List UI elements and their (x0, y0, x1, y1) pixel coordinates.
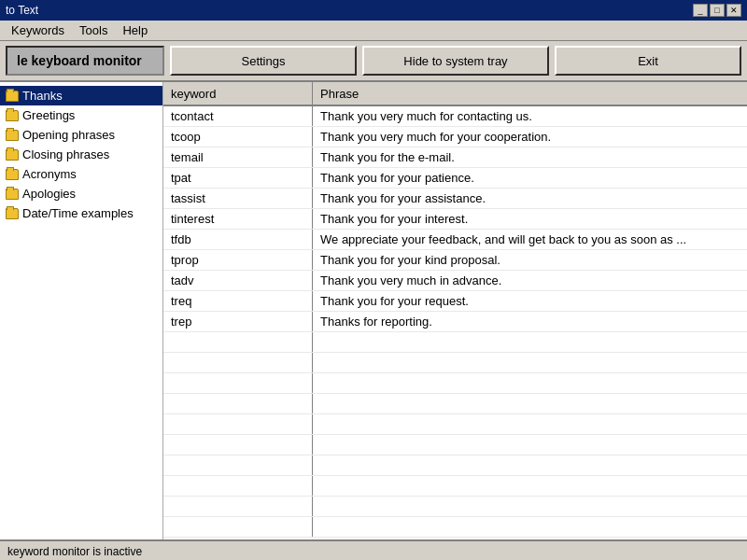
menu-item-help[interactable]: Help (115, 21, 155, 39)
sidebar-item-label: Acronyms (22, 167, 77, 181)
sidebar-item[interactable]: Date/Time examples (0, 203, 162, 223)
sidebar-item[interactable]: Greetings (0, 105, 162, 125)
cell-phrase: Thanks for reporting. (313, 312, 747, 331)
table-row[interactable]: tcoopThank you very much for your cooper… (163, 127, 747, 147)
table-header: keyword Phrase (163, 82, 747, 106)
sidebar-item[interactable]: Closing phrases (0, 145, 162, 164)
status-bar: keyword monitor is inactive (0, 539, 747, 560)
toolbar: le keyboard monitor Settings Hide to sys… (0, 41, 747, 82)
cell-keyword: tassist (163, 189, 313, 208)
table-row-empty (163, 435, 747, 455)
title-bar-controls: _ □ ✕ (693, 4, 741, 17)
table-row-empty (163, 517, 747, 538)
folder-icon (6, 189, 19, 200)
table-row[interactable]: tpatThank you for your patience. (163, 168, 747, 189)
sidebar-item-label: Opening phrases (22, 128, 115, 142)
table-row[interactable]: temailThank you for the e-mail. (163, 147, 747, 168)
table-row[interactable]: tinterestThank you for your interest. (163, 209, 747, 230)
table-row[interactable]: trepThanks for reporting. (163, 312, 747, 332)
settings-button[interactable]: Settings (170, 46, 357, 76)
status-text: keyword monitor is inactive (7, 545, 142, 558)
cell-phrase: Thank you very much for your cooperation… (313, 127, 747, 147)
monitor-label: le keyboard monitor (6, 46, 164, 76)
cell-keyword: trep (163, 312, 313, 331)
sidebar-item-label: Apologies (22, 187, 76, 201)
sidebar-item-label: Date/Time examples (22, 206, 134, 220)
cell-keyword: tfdb (163, 230, 313, 249)
table-row-empty (163, 497, 747, 517)
cell-keyword: tcontact (163, 106, 313, 126)
content-area: keyword Phrase tcontactThank you very mu… (163, 82, 747, 539)
column-header-keyword: keyword (163, 82, 313, 105)
table-row[interactable]: tfdbWe appreciate your feedback, and wil… (163, 230, 747, 250)
cell-phrase: Thank you for your kind proposal. (313, 250, 747, 270)
cell-phrase: Thank you for your assistance. (313, 189, 747, 208)
column-header-phrase: Phrase (313, 82, 747, 105)
table-row[interactable]: tadvThank you very much in advance. (163, 271, 747, 291)
folder-icon (6, 110, 19, 121)
table-row[interactable]: treqThank you for your request. (163, 291, 747, 312)
sidebar-item[interactable]: Opening phrases (0, 125, 162, 145)
folder-icon (6, 91, 19, 102)
cell-phrase: Thank you for your patience. (313, 168, 747, 188)
main-area: ThanksGreetingsOpening phrasesClosing ph… (0, 82, 747, 539)
menu-bar: KeywordsToolsHelp (0, 21, 747, 41)
cell-phrase: Thank you for the e-mail. (313, 147, 747, 167)
cell-keyword: tadv (163, 271, 313, 290)
folder-icon (6, 169, 19, 180)
sidebar-item[interactable]: Apologies (0, 184, 162, 203)
table-row[interactable]: tassistThank you for your assistance. (163, 189, 747, 209)
cell-keyword: treq (163, 291, 313, 311)
menu-item-keywords[interactable]: Keywords (4, 21, 72, 39)
sidebar-item-label: Thanks (22, 89, 63, 103)
folder-icon (6, 208, 19, 219)
folder-icon (6, 130, 19, 141)
cell-keyword: tprop (163, 250, 313, 270)
table-row-empty (163, 455, 747, 476)
table-row[interactable]: tpropThank you for your kind proposal. (163, 250, 747, 271)
sidebar-item-label: Greetings (22, 108, 75, 122)
cell-keyword: tpat (163, 168, 313, 188)
minimize-button[interactable]: _ (693, 4, 708, 17)
table-row-empty (163, 332, 747, 353)
title-bar: to Text _ □ ✕ (0, 0, 747, 21)
sidebar-item-label: Closing phrases (22, 147, 109, 161)
table-row-empty (163, 373, 747, 394)
cell-keyword: tcoop (163, 127, 313, 147)
hide-to-tray-button[interactable]: Hide to system tray (362, 46, 549, 76)
table-row[interactable]: tcontactThank you very much for contacti… (163, 106, 747, 127)
sidebar: ThanksGreetingsOpening phrasesClosing ph… (0, 82, 163, 539)
table-row-empty (163, 476, 747, 497)
maximize-button[interactable]: □ (710, 4, 725, 17)
table-row-empty (163, 414, 747, 435)
cell-phrase: Thank you for your interest. (313, 209, 747, 229)
cell-keyword: temail (163, 147, 313, 167)
sidebar-item[interactable]: Acronyms (0, 164, 162, 184)
table-body: tcontactThank you very much for contacti… (163, 106, 747, 539)
cell-phrase: Thank you very much for contacting us. (313, 106, 747, 126)
menu-item-tools[interactable]: Tools (72, 21, 115, 39)
table-row-empty (163, 394, 747, 414)
sidebar-item[interactable]: Thanks (0, 86, 162, 105)
close-button[interactable]: ✕ (726, 4, 741, 17)
cell-phrase: We appreciate your feedback, and will ge… (313, 230, 747, 249)
cell-keyword: tinterest (163, 209, 313, 229)
cell-phrase: Thank you for your request. (313, 291, 747, 311)
cell-phrase: Thank you very much in advance. (313, 271, 747, 290)
title-bar-title: to Text (6, 4, 38, 17)
exit-button[interactable]: Exit (555, 46, 741, 76)
folder-icon (6, 149, 19, 161)
table-row-empty (163, 353, 747, 373)
